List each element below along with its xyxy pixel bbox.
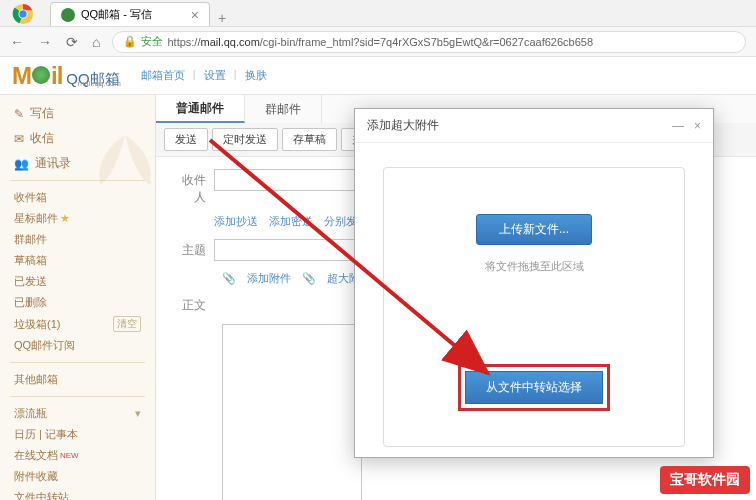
extra-filestation[interactable]: 文件中转站 bbox=[6, 487, 149, 500]
tab-normal-mail[interactable]: 普通邮件 bbox=[156, 95, 245, 123]
star-icon: ★ bbox=[60, 212, 70, 225]
close-tab-icon[interactable]: × bbox=[191, 7, 199, 23]
secure-label: 安全 bbox=[141, 34, 163, 49]
subject-input[interactable] bbox=[214, 239, 374, 261]
chrome-logo-icon bbox=[12, 3, 34, 25]
add-bcc-link[interactable]: 添加密送 bbox=[269, 215, 313, 227]
extra-bottle[interactable]: 漂流瓶▾ bbox=[6, 403, 149, 424]
extra-calendar[interactable]: 日历 | 记事本 bbox=[6, 424, 149, 445]
body-textarea[interactable] bbox=[222, 324, 362, 500]
tab-group-mail[interactable]: 群邮件 bbox=[245, 95, 322, 123]
save-draft-button[interactable]: 存草稿 bbox=[282, 128, 337, 151]
highlight-box: 从文件中转站选择 bbox=[458, 364, 610, 411]
reload-button[interactable]: ⟳ bbox=[66, 34, 78, 50]
folder-spam[interactable]: 垃圾箱(1)清空 bbox=[6, 313, 149, 335]
paperclip-icon: 📎 bbox=[222, 272, 236, 284]
browser-tab[interactable]: QQ邮箱 - 写信 × bbox=[50, 2, 210, 26]
home-button[interactable]: ⌂ bbox=[92, 34, 100, 50]
address-bar[interactable]: 🔒 安全 https://mail.qq.com/cgi-bin/frame_h… bbox=[112, 31, 746, 53]
other-mailboxes[interactable]: 其他邮箱 bbox=[6, 369, 149, 390]
modal-close-icon[interactable]: × bbox=[694, 119, 701, 133]
send-button[interactable]: 发送 bbox=[164, 128, 208, 151]
modal-minimize-icon[interactable]: — bbox=[672, 119, 684, 133]
extra-docs[interactable]: 在线文档NEW bbox=[6, 445, 149, 466]
paperclip-icon: 📎 bbox=[302, 272, 316, 284]
folder-group[interactable]: 群邮件 bbox=[6, 229, 149, 250]
chevron-icon: ▾ bbox=[135, 407, 141, 420]
upload-new-file-button[interactable]: 上传新文件... bbox=[476, 214, 592, 245]
sidebar-compose[interactable]: ✎ 写信 bbox=[6, 103, 149, 124]
inbox-icon: ✉ bbox=[14, 132, 24, 146]
drop-zone[interactable]: 上传新文件... 将文件拖拽至此区域 从文件中转站选择 bbox=[383, 167, 685, 447]
timed-send-button[interactable]: 定时发送 bbox=[212, 128, 278, 151]
lock-icon: 🔒 bbox=[123, 35, 137, 48]
qq-mail-favicon bbox=[61, 8, 75, 22]
empty-spam-button[interactable]: 清空 bbox=[113, 316, 141, 332]
new-tab-button[interactable]: + bbox=[210, 10, 230, 26]
subject-label: 主题 bbox=[174, 239, 214, 259]
drop-hint: 将文件拖拽至此区域 bbox=[485, 259, 584, 274]
sidebar-inbox[interactable]: ✉ 收信 bbox=[6, 128, 149, 149]
recipient-label: 收件人 bbox=[174, 169, 214, 206]
folder-starred[interactable]: 星标邮件★ bbox=[6, 208, 149, 229]
folder-subscription[interactable]: QQ邮件订阅 bbox=[6, 335, 149, 356]
svg-point-2 bbox=[19, 10, 26, 17]
watermark-badge: 宝哥软件园 bbox=[660, 466, 750, 494]
tab-title: QQ邮箱 - 写信 bbox=[81, 7, 152, 22]
forward-button[interactable]: → bbox=[38, 34, 52, 50]
nav-skin[interactable]: 换肤 bbox=[245, 68, 267, 83]
extra-attachments[interactable]: 附件收藏 bbox=[6, 466, 149, 487]
contacts-icon: 👥 bbox=[14, 157, 29, 171]
add-attachment-link[interactable]: 添加附件 bbox=[247, 272, 291, 284]
recipient-input[interactable] bbox=[214, 169, 374, 191]
nav-settings[interactable]: 设置 bbox=[204, 68, 226, 83]
file-transfer-select-button[interactable]: 从文件中转站选择 bbox=[465, 371, 603, 404]
folder-inbox[interactable]: 收件箱 bbox=[6, 187, 149, 208]
big-attachment-modal: 添加超大附件 — × 上传新文件... 将文件拖拽至此区域 从文件中转站选择 bbox=[354, 108, 714, 458]
compose-icon: ✎ bbox=[14, 107, 24, 121]
body-label: 正文 bbox=[174, 294, 214, 314]
folder-sent[interactable]: 已发送 bbox=[6, 271, 149, 292]
sidebar-contacts[interactable]: 👥 通讯录 bbox=[6, 153, 149, 174]
modal-title: 添加超大附件 bbox=[367, 117, 439, 134]
nav-mail-home[interactable]: 邮箱首页 bbox=[141, 68, 185, 83]
back-button[interactable]: ← bbox=[10, 34, 24, 50]
add-cc-link[interactable]: 添加抄送 bbox=[214, 215, 258, 227]
folder-deleted[interactable]: 已删除 bbox=[6, 292, 149, 313]
folder-drafts[interactable]: 草稿箱 bbox=[6, 250, 149, 271]
